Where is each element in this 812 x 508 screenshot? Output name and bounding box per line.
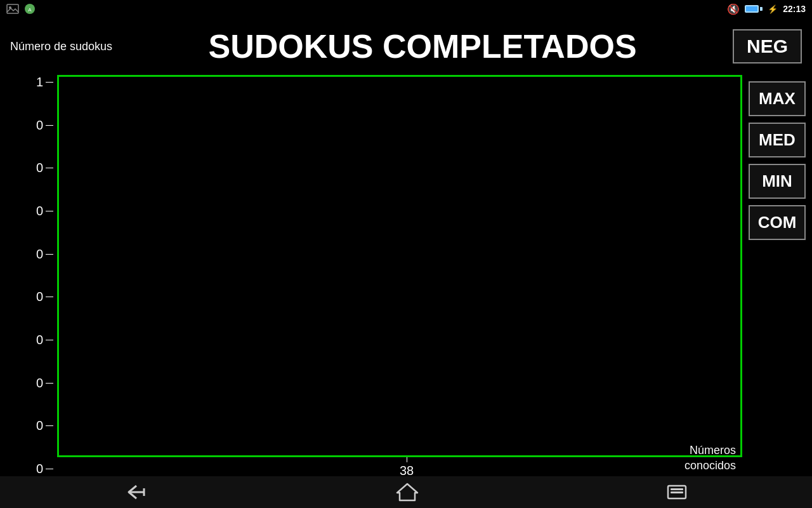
mute-icon: 🔇 bbox=[727, 3, 740, 15]
com-button[interactable]: COM bbox=[749, 205, 806, 240]
y-tick-label: 0 bbox=[36, 376, 53, 391]
y-tick-label: 0 bbox=[36, 161, 53, 175]
status-bar: A 🔇 ⚡ 22:13 bbox=[0, 0, 812, 18]
battery-icon bbox=[745, 5, 763, 13]
y-tick-label: 0 bbox=[36, 418, 53, 433]
android-icon: A bbox=[24, 3, 36, 15]
svg-marker-6 bbox=[397, 484, 417, 500]
y-tick-label: 1 bbox=[36, 75, 53, 90]
min-button[interactable]: MIN bbox=[749, 164, 806, 199]
y-tick-label: 0 bbox=[36, 247, 53, 262]
svg-text:A: A bbox=[28, 7, 32, 13]
home-button[interactable] bbox=[396, 483, 419, 502]
right-buttons: MAXMEDMINCOM bbox=[742, 75, 812, 476]
svg-rect-0 bbox=[7, 4, 18, 13]
back-button[interactable] bbox=[124, 483, 149, 502]
neg-button[interactable]: NEG bbox=[733, 29, 802, 64]
max-button[interactable]: MAX bbox=[749, 81, 806, 116]
svg-rect-9 bbox=[671, 491, 683, 493]
x-axis-area: 38 bbox=[57, 457, 742, 476]
status-time: 22:13 bbox=[783, 4, 806, 14]
y-axis: 1000000000 bbox=[0, 75, 57, 476]
status-left-icons: A bbox=[6, 3, 36, 15]
y-axis-label: Número de sudokus bbox=[10, 40, 112, 53]
charging-icon: ⚡ bbox=[768, 4, 778, 14]
nav-bar bbox=[0, 476, 812, 508]
chart-area: 1000000000 38 MAXMEDMINCOM bbox=[0, 75, 812, 476]
chart-plot bbox=[57, 75, 742, 457]
y-tick-label: 0 bbox=[36, 118, 53, 133]
y-tick-label: 0 bbox=[36, 204, 53, 218]
chart-title: SUDOKUS COMPLETADOS bbox=[125, 27, 720, 65]
x-axis-right-label: Númerosconocidos bbox=[684, 443, 736, 473]
recents-icon bbox=[665, 483, 688, 501]
back-icon bbox=[124, 483, 149, 502]
y-tick-label: 0 bbox=[36, 333, 53, 347]
x-tick: 38 bbox=[400, 457, 414, 478]
svg-rect-8 bbox=[671, 488, 683, 490]
y-tick-label: 0 bbox=[36, 462, 53, 476]
med-button[interactable]: MED bbox=[749, 123, 806, 157]
home-icon bbox=[396, 483, 419, 502]
y-tick-label: 0 bbox=[36, 290, 53, 304]
header: Número de sudokus SUDOKUS COMPLETADOS NE… bbox=[0, 18, 812, 75]
chart-main: 38 bbox=[57, 75, 742, 476]
recents-button[interactable] bbox=[665, 483, 688, 501]
picture-icon bbox=[6, 4, 19, 14]
